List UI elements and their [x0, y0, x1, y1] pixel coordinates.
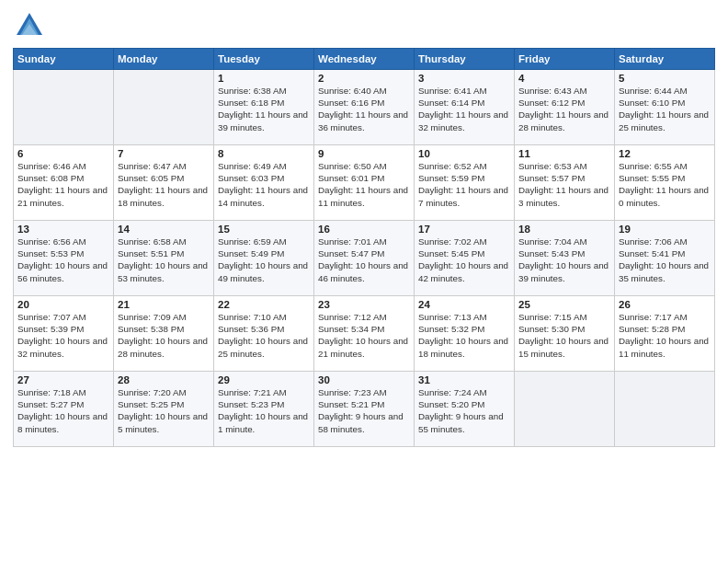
- day-info: Sunrise: 6:59 AM Sunset: 5:49 PM Dayligh…: [218, 236, 310, 284]
- calendar-cell: 13Sunrise: 6:56 AM Sunset: 5:53 PM Dayli…: [14, 221, 114, 296]
- day-info: Sunrise: 6:55 AM Sunset: 5:55 PM Dayligh…: [619, 160, 711, 209]
- calendar-cell: 19Sunrise: 7:06 AM Sunset: 5:41 PM Dayli…: [615, 221, 715, 296]
- calendar-week-row: 27Sunrise: 7:18 AM Sunset: 5:27 PM Dayli…: [14, 372, 715, 447]
- day-info: Sunrise: 6:58 AM Sunset: 5:51 PM Dayligh…: [118, 236, 210, 284]
- day-number: 27: [17, 374, 109, 385]
- day-number: 25: [518, 299, 610, 310]
- day-number: 17: [418, 224, 510, 235]
- day-number: 28: [118, 374, 210, 385]
- day-number: 19: [619, 224, 711, 235]
- calendar-cell: 6Sunrise: 6:46 AM Sunset: 6:08 PM Daylig…: [14, 145, 114, 221]
- day-info: Sunrise: 6:52 AM Sunset: 5:59 PM Dayligh…: [418, 160, 510, 209]
- calendar-cell: 31Sunrise: 7:24 AM Sunset: 5:20 PM Dayli…: [415, 372, 515, 447]
- header-monday: Monday: [114, 49, 214, 70]
- calendar-cell: 25Sunrise: 7:15 AM Sunset: 5:30 PM Dayli…: [515, 296, 615, 372]
- calendar-cell: 12Sunrise: 6:55 AM Sunset: 5:55 PM Dayli…: [615, 145, 715, 221]
- calendar-cell: 18Sunrise: 7:04 AM Sunset: 5:43 PM Dayli…: [515, 221, 615, 296]
- day-info: Sunrise: 7:01 AM Sunset: 5:47 PM Dayligh…: [318, 236, 410, 284]
- day-info: Sunrise: 6:46 AM Sunset: 6:08 PM Dayligh…: [17, 160, 109, 209]
- calendar-cell: [515, 372, 615, 447]
- day-number: 9: [318, 148, 410, 159]
- day-number: 3: [418, 73, 510, 84]
- day-info: Sunrise: 7:18 AM Sunset: 5:27 PM Dayligh…: [17, 386, 109, 435]
- weekday-header-row: Sunday Monday Tuesday Wednesday Thursday…: [14, 49, 715, 70]
- day-number: 20: [17, 299, 109, 310]
- day-number: 1: [218, 73, 310, 84]
- header-sunday: Sunday: [14, 49, 114, 70]
- calendar-cell: 17Sunrise: 7:02 AM Sunset: 5:45 PM Dayli…: [415, 221, 515, 296]
- calendar-week-row: 20Sunrise: 7:07 AM Sunset: 5:39 PM Dayli…: [14, 296, 715, 372]
- header-friday: Friday: [515, 49, 615, 70]
- calendar-cell: 4Sunrise: 6:43 AM Sunset: 6:12 PM Daylig…: [515, 70, 615, 145]
- page: Sunday Monday Tuesday Wednesday Thursday…: [0, 0, 728, 563]
- calendar-body: 1Sunrise: 6:38 AM Sunset: 6:18 PM Daylig…: [14, 70, 715, 447]
- logo-icon: [13, 9, 46, 42]
- day-info: Sunrise: 7:07 AM Sunset: 5:39 PM Dayligh…: [17, 311, 109, 360]
- day-info: Sunrise: 6:53 AM Sunset: 5:57 PM Dayligh…: [518, 160, 610, 209]
- calendar-header: Sunday Monday Tuesday Wednesday Thursday…: [14, 49, 715, 70]
- day-number: 16: [318, 224, 410, 235]
- calendar-cell: 5Sunrise: 6:44 AM Sunset: 6:10 PM Daylig…: [615, 70, 715, 145]
- day-number: 22: [218, 299, 310, 310]
- calendar-cell: 3Sunrise: 6:41 AM Sunset: 6:14 PM Daylig…: [415, 70, 515, 145]
- day-info: Sunrise: 7:17 AM Sunset: 5:28 PM Dayligh…: [619, 311, 711, 360]
- day-info: Sunrise: 6:43 AM Sunset: 6:12 PM Dayligh…: [518, 85, 610, 133]
- day-number: 6: [17, 148, 109, 159]
- day-info: Sunrise: 6:40 AM Sunset: 6:16 PM Dayligh…: [318, 85, 410, 133]
- calendar-week-row: 13Sunrise: 6:56 AM Sunset: 5:53 PM Dayli…: [14, 221, 715, 296]
- day-info: Sunrise: 7:24 AM Sunset: 5:20 PM Dayligh…: [418, 386, 510, 435]
- header-tuesday: Tuesday: [214, 49, 314, 70]
- day-info: Sunrise: 6:38 AM Sunset: 6:18 PM Dayligh…: [218, 85, 310, 133]
- calendar-cell: 28Sunrise: 7:20 AM Sunset: 5:25 PM Dayli…: [114, 372, 214, 447]
- calendar-cell: 30Sunrise: 7:23 AM Sunset: 5:21 PM Dayli…: [314, 372, 415, 447]
- day-number: 21: [118, 299, 210, 310]
- calendar-week-row: 1Sunrise: 6:38 AM Sunset: 6:18 PM Daylig…: [14, 70, 715, 145]
- day-info: Sunrise: 7:10 AM Sunset: 5:36 PM Dayligh…: [218, 311, 310, 360]
- day-info: Sunrise: 7:23 AM Sunset: 5:21 PM Dayligh…: [318, 386, 410, 435]
- day-number: 4: [518, 73, 610, 84]
- calendar-cell: [14, 70, 114, 145]
- day-info: Sunrise: 7:06 AM Sunset: 5:41 PM Dayligh…: [619, 236, 711, 284]
- day-info: Sunrise: 6:50 AM Sunset: 6:01 PM Dayligh…: [318, 160, 410, 209]
- calendar-cell: 7Sunrise: 6:47 AM Sunset: 6:05 PM Daylig…: [114, 145, 214, 221]
- calendar-cell: 15Sunrise: 6:59 AM Sunset: 5:49 PM Dayli…: [214, 221, 314, 296]
- calendar-cell: 10Sunrise: 6:52 AM Sunset: 5:59 PM Dayli…: [415, 145, 515, 221]
- calendar-cell: 21Sunrise: 7:09 AM Sunset: 5:38 PM Dayli…: [114, 296, 214, 372]
- day-number: 26: [619, 299, 711, 310]
- calendar-cell: 23Sunrise: 7:12 AM Sunset: 5:34 PM Dayli…: [314, 296, 415, 372]
- day-number: 5: [619, 73, 711, 84]
- calendar-cell: 9Sunrise: 6:50 AM Sunset: 6:01 PM Daylig…: [314, 145, 415, 221]
- day-number: 31: [418, 374, 510, 385]
- day-info: Sunrise: 7:02 AM Sunset: 5:45 PM Dayligh…: [418, 236, 510, 284]
- day-info: Sunrise: 7:04 AM Sunset: 5:43 PM Dayligh…: [518, 236, 610, 284]
- calendar-week-row: 6Sunrise: 6:46 AM Sunset: 6:08 PM Daylig…: [14, 145, 715, 221]
- day-info: Sunrise: 7:15 AM Sunset: 5:30 PM Dayligh…: [518, 311, 610, 360]
- header: [13, 9, 715, 42]
- day-number: 15: [218, 224, 310, 235]
- logo: [13, 9, 50, 42]
- day-number: 23: [318, 299, 410, 310]
- day-number: 7: [118, 148, 210, 159]
- day-info: Sunrise: 6:49 AM Sunset: 6:03 PM Dayligh…: [218, 160, 310, 209]
- day-number: 14: [118, 224, 210, 235]
- day-info: Sunrise: 7:12 AM Sunset: 5:34 PM Dayligh…: [318, 311, 410, 360]
- day-number: 12: [619, 148, 711, 159]
- day-number: 13: [17, 224, 109, 235]
- day-number: 18: [518, 224, 610, 235]
- day-number: 24: [418, 299, 510, 310]
- day-info: Sunrise: 7:13 AM Sunset: 5:32 PM Dayligh…: [418, 311, 510, 360]
- day-info: Sunrise: 7:09 AM Sunset: 5:38 PM Dayligh…: [118, 311, 210, 360]
- day-info: Sunrise: 7:20 AM Sunset: 5:25 PM Dayligh…: [118, 386, 210, 435]
- day-number: 8: [218, 148, 310, 159]
- calendar-cell: 20Sunrise: 7:07 AM Sunset: 5:39 PM Dayli…: [14, 296, 114, 372]
- header-thursday: Thursday: [415, 49, 515, 70]
- header-wednesday: Wednesday: [314, 49, 415, 70]
- day-info: Sunrise: 6:56 AM Sunset: 5:53 PM Dayligh…: [17, 236, 109, 284]
- calendar-cell: [114, 70, 214, 145]
- day-number: 11: [518, 148, 610, 159]
- day-info: Sunrise: 6:44 AM Sunset: 6:10 PM Dayligh…: [619, 85, 711, 133]
- calendar-table: Sunday Monday Tuesday Wednesday Thursday…: [13, 48, 715, 447]
- calendar-cell: 16Sunrise: 7:01 AM Sunset: 5:47 PM Dayli…: [314, 221, 415, 296]
- day-info: Sunrise: 6:41 AM Sunset: 6:14 PM Dayligh…: [418, 85, 510, 133]
- calendar-cell: 24Sunrise: 7:13 AM Sunset: 5:32 PM Dayli…: [415, 296, 515, 372]
